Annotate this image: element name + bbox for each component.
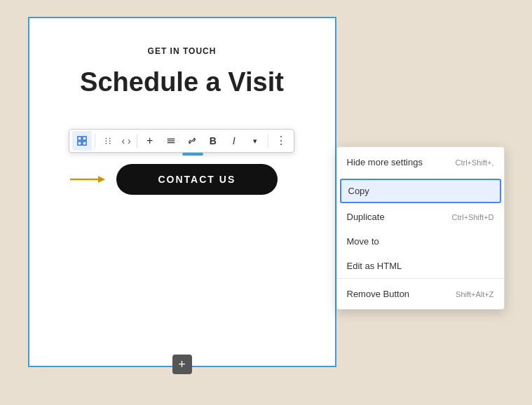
align-button[interactable] [161,131,181,151]
svg-marker-15 [98,176,105,183]
block-type-button[interactable] [72,131,92,151]
context-menu-top-section: Hide more settings Ctrl+Shift+, [337,147,504,177]
svg-point-7 [109,138,110,139]
editor-container: GET IN TOUCH Schedule a Visit ‹ › [28,17,505,388]
button-row: CONTACT US [70,164,278,195]
remove-button-item[interactable]: Remove Button Shift+Alt+Z [337,282,504,306]
svg-point-6 [105,143,107,144]
remove-button-label: Remove Button [347,289,410,299]
align-icon [166,136,176,146]
schedule-heading: Schedule a Visit [66,67,298,97]
get-in-touch-label: GET IN TOUCH [148,46,217,56]
copy-item[interactable]: Copy [340,179,501,203]
svg-line-13 [191,140,193,142]
block-type-icon [77,136,87,146]
copy-label: Copy [348,186,369,196]
svg-point-4 [105,138,107,139]
arrow-indicator [70,172,105,186]
bold-button[interactable]: B [203,131,223,151]
link-button[interactable] [182,131,202,151]
edit-as-html-item[interactable]: Edit as HTML [337,254,504,278]
drag-icon [103,136,113,146]
drag-handle-button[interactable] [98,131,118,151]
contact-us-button[interactable]: CONTACT US [116,164,278,195]
context-menu: Hide more settings Ctrl+Shift+, Copy Dup… [336,146,505,310]
move-to-label: Move to [347,236,379,247]
toolbar-sep-2 [137,134,137,148]
duplicate-shortcut: Ctrl+Shift+D [452,213,494,221]
blue-selection-indicator [182,153,203,156]
more-options-button[interactable]: ⋮ [271,131,291,151]
move-to-item[interactable]: Move to [337,229,504,254]
svg-rect-0 [77,137,81,140]
italic-button[interactable]: I [224,131,244,151]
add-block-bottom-button[interactable]: + [172,355,192,374]
hide-more-settings-item[interactable]: Hide more settings Ctrl+Shift+, [337,150,504,174]
svg-rect-3 [82,142,86,145]
edit-as-html-label: Edit as HTML [347,261,402,271]
duplicate-item[interactable]: Duplicate Ctrl+Shift+D [337,205,504,229]
toolbar-sep-3 [268,134,268,148]
svg-point-5 [105,140,107,142]
hide-more-settings-label: Hide more settings [347,157,423,167]
svg-point-8 [109,140,110,142]
block-toolbar: ‹ › + B I ▾ ⋮ [69,129,294,153]
nav-prev-button[interactable]: ‹ › [119,131,134,151]
dropdown-button[interactable]: ▾ [245,131,265,151]
link-icon [187,136,197,146]
arrow-svg [70,172,105,186]
hide-more-settings-shortcut: Ctrl+Shift+, [455,158,493,167]
svg-point-9 [109,143,110,144]
duplicate-label: Duplicate [347,212,385,222]
svg-rect-1 [82,137,86,140]
context-menu-bottom-section: Remove Button Shift+Alt+Z [337,279,504,309]
svg-rect-2 [77,142,81,145]
remove-button-shortcut: Shift+Alt+Z [456,290,493,298]
toolbar-sep-1 [95,134,95,148]
add-block-button[interactable]: + [140,131,160,151]
